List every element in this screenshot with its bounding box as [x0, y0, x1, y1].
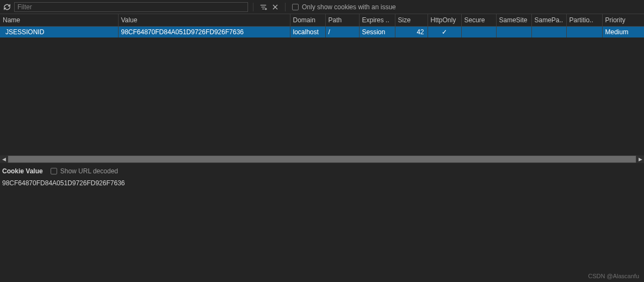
cookie-details-panel: Cookie Value Show URL decoded 98CF64870F… — [0, 163, 644, 282]
cookies-table-wrap: Name Value Domain Path Expires .. Size H… — [0, 14, 644, 155]
cell-size: 42 — [395, 26, 428, 37]
details-value: 98CF64870FD84A051D9726FD926F7636 — [2, 178, 642, 187]
clear-icon[interactable] — [270, 2, 280, 12]
col-header-path[interactable]: Path — [325, 14, 359, 26]
cell-domain: localhost — [290, 26, 325, 37]
show-url-decoded-label: Show URL decoded — [60, 167, 118, 175]
cell-partition — [566, 26, 602, 37]
table-row[interactable]: JSESSIONID 98CF64870FD84A051D9726FD926F7… — [0, 26, 644, 37]
table-header-row: Name Value Domain Path Expires .. Size H… — [0, 14, 644, 26]
cell-expires: Session — [359, 26, 395, 37]
col-header-domain[interactable]: Domain — [290, 14, 325, 26]
details-header: Cookie Value Show URL decoded — [2, 167, 642, 175]
col-header-samepa[interactable]: SamePa.. — [531, 14, 566, 26]
svg-point-3 — [265, 8, 267, 10]
toolbar: Only show cookies with an issue — [0, 0, 644, 14]
details-title: Cookie Value — [2, 167, 43, 175]
cell-secure — [461, 26, 496, 37]
only-issues-checkbox[interactable] — [292, 4, 299, 10]
cell-path: / — [325, 26, 359, 37]
col-header-partition[interactable]: Partitio.. — [566, 14, 602, 26]
cookies-table: Name Value Domain Path Expires .. Size H… — [0, 14, 644, 37]
scroll-left-arrow-icon[interactable]: ◀ — [0, 155, 8, 163]
refresh-icon[interactable] — [2, 2, 12, 12]
col-header-secure[interactable]: Secure — [461, 14, 496, 26]
col-header-expires[interactable]: Expires .. — [359, 14, 395, 26]
cell-value: 98CF64870FD84A051D9726FD926F7636 — [118, 26, 290, 37]
filter-options-icon[interactable] — [258, 2, 268, 12]
toolbar-divider — [253, 3, 253, 11]
filter-input[interactable] — [14, 2, 248, 12]
cell-samepa — [531, 26, 566, 37]
scrollbar-track[interactable] — [8, 156, 636, 162]
cell-httponly: ✓ — [428, 26, 461, 37]
col-header-samesite[interactable]: SameSite — [496, 14, 531, 26]
col-header-priority[interactable]: Priority — [602, 14, 644, 26]
cell-name: JSESSIONID — [0, 26, 118, 37]
horizontal-scrollbar[interactable]: ◀ ▶ — [0, 155, 644, 163]
show-url-decoded-wrap[interactable]: Show URL decoded — [51, 167, 118, 175]
col-header-httponly[interactable]: HttpOnly — [428, 14, 461, 26]
watermark: CSDN @Alascanfu — [586, 272, 641, 280]
col-header-size[interactable]: Size — [395, 14, 428, 26]
only-issues-label: Only show cookies with an issue — [302, 3, 396, 11]
cell-priority: Medium — [602, 26, 644, 37]
show-url-decoded-checkbox[interactable] — [51, 168, 57, 174]
toolbar-divider-2 — [285, 3, 286, 11]
col-header-value[interactable]: Value — [118, 14, 290, 26]
scroll-right-arrow-icon[interactable]: ▶ — [636, 155, 644, 163]
cell-samesite — [496, 26, 531, 37]
only-issues-checkbox-wrap[interactable]: Only show cookies with an issue — [292, 3, 396, 11]
col-header-name[interactable]: Name — [0, 14, 118, 26]
